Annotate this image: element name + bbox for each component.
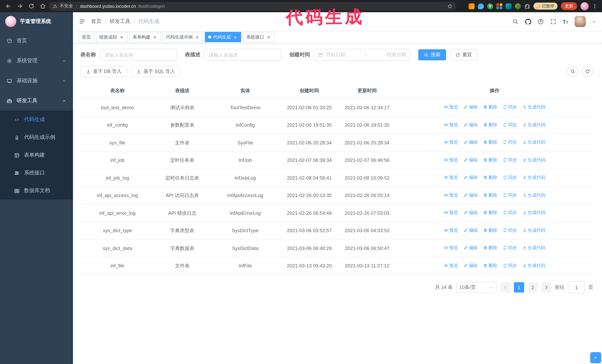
sync-action[interactable]: 同步 <box>503 227 517 233</box>
page-button[interactable]: 1 <box>514 282 524 292</box>
edit-action[interactable]: 编辑 <box>463 104 478 110</box>
edit-action[interactable]: 编辑 <box>463 174 478 181</box>
breadcrumb-item[interactable]: 研发工具 <box>110 18 130 25</box>
edit-action[interactable]: 编辑 <box>463 244 478 251</box>
preview-action[interactable]: 预览 <box>444 174 458 181</box>
generate-code-action[interactable]: 生成代码 <box>522 244 546 251</box>
goto-page-input[interactable] <box>568 281 585 293</box>
tab[interactable]: 表单构建 × <box>129 32 161 42</box>
extension-icon-5[interactable] <box>506 3 512 9</box>
sync-action[interactable]: 同步 <box>503 156 517 163</box>
user-avatar[interactable] <box>575 16 586 27</box>
avatar-caret-icon[interactable] <box>592 20 596 23</box>
search-button[interactable]: 搜索 <box>418 49 446 60</box>
edit-action[interactable]: 编辑 <box>463 209 478 216</box>
browser-menu-icon[interactable] <box>592 3 598 9</box>
delete-action[interactable]: 删除 <box>483 174 497 181</box>
bookmark-star-icon[interactable] <box>447 3 453 9</box>
sidebar-item-codegen-example[interactable]: 代码生成示例 <box>0 128 73 146</box>
prev-page-button[interactable] <box>500 282 510 292</box>
delete-action[interactable]: 删除 <box>483 244 497 251</box>
preview-action[interactable]: 预览 <box>444 262 458 269</box>
browser-update-button[interactable]: 更新 <box>561 2 577 10</box>
url-bar[interactable]: 不安全 | dashboard.yudao.iocoder.cn/tool/co… <box>49 2 456 10</box>
edit-action[interactable]: 编辑 <box>463 121 478 128</box>
generate-code-action[interactable]: 生成代码 <box>522 209 546 216</box>
close-icon[interactable]: × <box>233 34 238 40</box>
generate-code-action[interactable]: 生成代码 <box>522 174 546 181</box>
generate-code-action[interactable]: 生成代码 <box>522 156 546 163</box>
edit-action[interactable]: 编辑 <box>463 262 478 269</box>
page-button[interactable]: 2 <box>527 282 538 292</box>
sync-action[interactable]: 同步 <box>503 244 517 251</box>
sidebar-item-system-api[interactable]: 系统接口 <box>0 164 73 182</box>
delete-action[interactable]: 删除 <box>483 262 497 269</box>
logo[interactable]: 芋道管理系统 <box>0 12 73 31</box>
delete-action[interactable]: 删除 <box>483 121 497 128</box>
close-icon[interactable]: × <box>119 34 124 40</box>
sidebar-item-system-management[interactable]: 系统管理 <box>0 51 73 71</box>
extension-icon-1[interactable] <box>469 3 474 9</box>
reset-button[interactable]: 重置 <box>450 49 478 60</box>
close-icon[interactable]: × <box>266 34 271 40</box>
sql-import-button[interactable]: 基于 SQL 导入 <box>131 66 181 77</box>
tab[interactable]: 系统接口 × <box>243 32 275 42</box>
breadcrumb-item[interactable]: 首页 <box>91 18 101 25</box>
preview-action[interactable]: 预览 <box>444 104 458 110</box>
floating-button[interactable] <box>590 352 601 363</box>
delete-action[interactable]: 删除 <box>483 156 497 163</box>
hamburger-icon[interactable] <box>79 18 86 25</box>
search-icon[interactable] <box>512 18 518 25</box>
sidebar-item-dev-tools[interactable]: 研发工具 <box>0 91 73 111</box>
sync-action[interactable]: 同步 <box>503 209 517 216</box>
sidebar-item-home[interactable]: 首页 <box>0 31 73 51</box>
next-page-button[interactable] <box>541 282 552 292</box>
toggle-search-button[interactable] <box>567 66 578 77</box>
preview-action[interactable]: 预览 <box>444 209 458 216</box>
db-import-button[interactable]: 基于 DB 导入 <box>80 66 127 77</box>
extension-icon-4[interactable] <box>496 3 502 9</box>
browser-profile-avatar[interactable] <box>580 2 589 10</box>
sync-action[interactable]: 同步 <box>503 104 517 110</box>
extension-icon-6[interactable] <box>515 3 521 9</box>
font-size-icon[interactable]: TT <box>563 19 568 24</box>
preview-action[interactable]: 预览 <box>444 192 458 198</box>
generate-code-action[interactable]: 生成代码 <box>522 104 546 110</box>
generate-code-action[interactable]: 生成代码 <box>522 121 546 128</box>
close-icon[interactable]: × <box>152 34 157 40</box>
generate-code-action[interactable]: 生成代码 <box>522 192 546 198</box>
sidebar-item-form-builder[interactable]: 表单构建 <box>0 146 73 164</box>
edit-action[interactable]: 编辑 <box>463 156 478 163</box>
delete-action[interactable]: 删除 <box>483 192 497 198</box>
preview-action[interactable]: 预览 <box>444 139 458 146</box>
tab[interactable]: 首页 <box>78 32 94 42</box>
home-icon[interactable] <box>40 3 46 9</box>
delete-action[interactable]: 删除 <box>483 227 497 233</box>
fullscreen-icon[interactable] <box>550 18 556 25</box>
date-range-picker[interactable]: 开始日期 - 结束日期 <box>314 49 410 61</box>
sidebar-item-code-generation[interactable]: 代码生成 <box>0 111 73 128</box>
sync-action[interactable]: 同步 <box>503 262 517 269</box>
refresh-table-button[interactable] <box>582 66 593 77</box>
back-icon[interactable] <box>5 3 11 9</box>
preview-action[interactable]: 预览 <box>444 227 458 233</box>
generate-code-action[interactable]: 生成代码 <box>522 262 546 269</box>
edit-action[interactable]: 编辑 <box>463 227 478 233</box>
extensions-puzzle-icon[interactable] <box>524 3 530 9</box>
extension-icon-3[interactable]: V <box>487 3 493 9</box>
tab[interactable]: 代码生成示例 × <box>163 32 203 42</box>
sidebar-item-infrastructure[interactable]: 基础设施 <box>0 71 73 91</box>
sync-action[interactable]: 同步 <box>503 192 517 198</box>
table-name-input[interactable] <box>100 49 177 61</box>
tab[interactable]: 链路追踪 × <box>96 32 128 42</box>
sync-action[interactable]: 同步 <box>503 139 517 146</box>
preview-action[interactable]: 预览 <box>444 121 458 128</box>
preview-action[interactable]: 预览 <box>444 156 458 163</box>
paused-badge[interactable]: 已暂停 <box>533 3 558 10</box>
table-desc-input[interactable] <box>204 49 281 61</box>
edit-action[interactable]: 编辑 <box>463 192 478 198</box>
extension-icon-2[interactable] <box>478 3 484 9</box>
tab[interactable]: 代码生成 × <box>205 32 241 42</box>
preview-action[interactable]: 预览 <box>444 244 458 251</box>
forward-icon[interactable] <box>17 3 23 9</box>
